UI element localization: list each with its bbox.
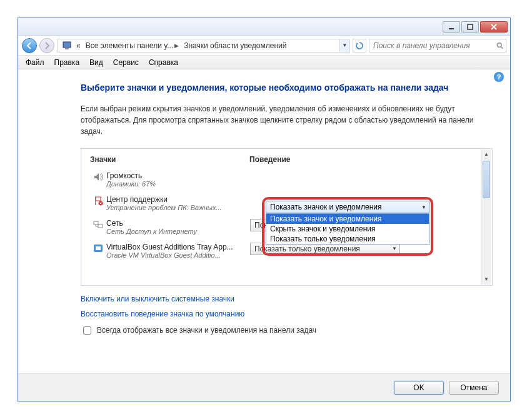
dropdown-option[interactable]: Показать значок и уведомления xyxy=(266,214,429,224)
list-item: Громкость Динамики: 67% xyxy=(90,168,478,191)
svg-line-5 xyxy=(501,46,503,48)
item-title: VirtualBox Guest Additions Tray App... xyxy=(106,243,250,251)
links-section: Включить или выключить системные значки … xyxy=(81,295,493,318)
item-title: Громкость xyxy=(106,171,250,180)
header-icons: Значки xyxy=(90,155,249,164)
svg-rect-13 xyxy=(96,246,101,250)
close-button[interactable] xyxy=(480,21,508,33)
maximize-button[interactable] xyxy=(461,21,479,33)
scroll-down-icon[interactable]: ▼ xyxy=(481,275,491,285)
refresh-button[interactable] xyxy=(353,39,366,53)
menu-help[interactable]: Справка xyxy=(144,57,183,68)
behavior-dropdown: Показать значок и уведомления Скрыть зна… xyxy=(266,213,429,245)
item-subtitle: Устранение проблем ПК: Важных... xyxy=(106,204,250,211)
volume-icon xyxy=(90,171,106,182)
toggle-system-icons-link[interactable]: Включить или выключить системные значки xyxy=(81,295,493,303)
header-behavior: Поведение xyxy=(249,155,290,164)
window-frame: « Все элементы панели у... ▶ Значки обла… xyxy=(18,18,511,401)
item-title: Центр поддержки xyxy=(106,195,250,204)
network-icon xyxy=(90,219,106,230)
nav-bar: « Все элементы панели у... ▶ Значки обла… xyxy=(18,36,510,56)
ok-button[interactable]: OK xyxy=(394,381,444,395)
breadcrumb-dropdown-icon[interactable]: ▼ xyxy=(339,39,349,52)
menu-file[interactable]: Файл xyxy=(21,57,49,68)
svg-rect-9 xyxy=(98,225,103,228)
column-headers: Значки Поведение xyxy=(90,155,478,168)
page-description: Если выбран режим скрытия значков и увед… xyxy=(81,103,481,137)
svg-rect-0 xyxy=(449,28,454,29)
dialog-footer: OK Отмена xyxy=(18,373,510,401)
scrollbar[interactable]: ▲ ▼ xyxy=(481,149,491,285)
search-box[interactable] xyxy=(369,39,506,53)
breadcrumb-bar[interactable]: « Все элементы панели у... ▶ Значки обла… xyxy=(57,39,350,53)
dropdown-option[interactable]: Показать только уведомления xyxy=(266,234,429,244)
svg-point-4 xyxy=(497,43,501,47)
scroll-up-icon[interactable]: ▲ xyxy=(481,149,491,159)
titlebar xyxy=(18,18,510,36)
menu-bar: Файл Правка Вид Сервис Справка xyxy=(18,56,510,69)
breadcrumb-2[interactable]: Значки области уведомлений xyxy=(181,41,289,50)
search-icon xyxy=(496,42,503,49)
always-show-row: Всегда отображать все значки и уведомлен… xyxy=(81,325,493,336)
item-subtitle: Динамики: 67% xyxy=(106,180,250,188)
help-icon[interactable]: ? xyxy=(494,72,504,82)
item-subtitle: Oracle VM VirtualBox Guest Additio... xyxy=(106,251,250,259)
flag-icon xyxy=(90,195,106,206)
reset-defaults-link[interactable]: Восстановить поведение значка по умолчан… xyxy=(81,310,493,318)
forward-button[interactable] xyxy=(39,38,54,53)
svg-rect-2 xyxy=(63,42,71,48)
chevron-down-icon: ▼ xyxy=(392,246,397,251)
item-title: Сеть xyxy=(106,219,250,228)
chevron-down-icon: ▼ xyxy=(421,204,426,210)
page-title: Выберите значки и уведомления, которые н… xyxy=(81,82,493,94)
behavior-combo-open[interactable]: Показать значок и уведомления▼ xyxy=(266,201,429,213)
control-panel-icon xyxy=(60,41,74,50)
dropdown-option[interactable]: Скрыть значок и уведомления xyxy=(266,224,429,234)
menu-tools[interactable]: Сервис xyxy=(108,57,144,68)
svg-rect-8 xyxy=(94,221,98,225)
minimize-button[interactable] xyxy=(443,21,460,33)
scroll-thumb[interactable] xyxy=(483,161,490,198)
menu-view[interactable]: Вид xyxy=(84,57,108,68)
breadcrumb-prefix[interactable]: « xyxy=(74,41,83,50)
svg-rect-3 xyxy=(65,48,69,49)
search-input[interactable] xyxy=(372,41,496,51)
back-button[interactable] xyxy=(22,38,37,53)
cancel-button[interactable]: Отмена xyxy=(449,381,499,395)
always-show-label: Всегда отображать все значки и уведомлен… xyxy=(97,326,316,335)
menu-edit[interactable]: Правка xyxy=(49,57,85,68)
breadcrumb-1[interactable]: Все элементы панели у... ▶ xyxy=(83,41,181,50)
content-area: ? Выберите значки и уведомления, которые… xyxy=(18,69,510,336)
window-controls xyxy=(443,21,508,33)
item-subtitle: Сеть Доступ к Интернету xyxy=(106,228,250,235)
always-show-checkbox[interactable] xyxy=(83,326,91,335)
svg-rect-1 xyxy=(468,24,473,29)
virtualbox-icon xyxy=(90,243,106,253)
